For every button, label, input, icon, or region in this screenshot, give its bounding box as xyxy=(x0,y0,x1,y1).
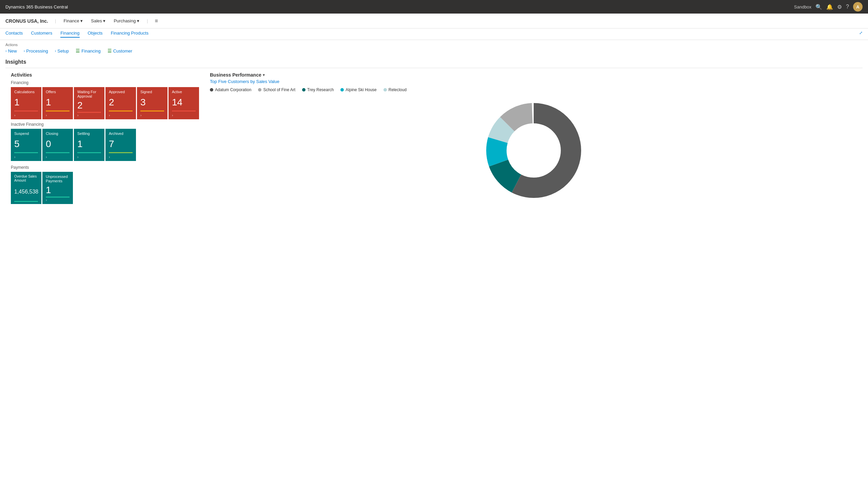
tile-number: 14 xyxy=(172,98,196,107)
company-name[interactable]: CRONUS USA, Inc. xyxy=(5,18,48,24)
nav-separator: | xyxy=(55,18,56,23)
tile-bar xyxy=(14,152,38,153)
insights-section: Insights Activities Financing Calculatio… xyxy=(0,55,868,211)
tile-label: Signed xyxy=(140,90,164,94)
tile-label: Active xyxy=(172,90,196,94)
tile-closing[interactable]: Closing 0 › xyxy=(42,129,73,161)
tile-waiting-approval[interactable]: Waiting For Approval 2 › xyxy=(74,87,104,119)
tile-bar xyxy=(140,110,164,111)
tile-active[interactable]: Active 14 › xyxy=(169,87,199,119)
legend-alpine: Alpine Ski House xyxy=(340,87,376,92)
subnav: Contacts Customers Financing Objects Fin… xyxy=(0,28,868,40)
tile-chevron: › xyxy=(77,114,101,117)
action-processing-label: Processing xyxy=(26,48,48,54)
legend-label: Adatum Corporation xyxy=(215,87,251,92)
nav-separator-2: | xyxy=(147,18,148,23)
action-new-label: New xyxy=(8,48,17,54)
tile-chevron: › xyxy=(172,114,196,117)
legend-dot xyxy=(210,88,213,92)
financing-tiles: Calculations 1 › Offers 1 › Waiting For … xyxy=(11,87,199,119)
legend-dot xyxy=(383,88,387,92)
tile-archived[interactable]: Archived 7 › xyxy=(105,129,136,161)
legend-label: School of Fine Art xyxy=(263,87,295,92)
actions-bar: Actions › New › Processing › Setup ☰ Fin… xyxy=(0,40,868,55)
search-icon[interactable]: 🔍 xyxy=(815,4,822,10)
legend-adatum: Adatum Corporation xyxy=(210,87,251,92)
tile-label: Offers xyxy=(46,90,70,94)
tile-calculations[interactable]: Calculations 1 › xyxy=(11,87,41,119)
financing-section-label: Financing xyxy=(11,80,199,85)
tile-bar xyxy=(77,112,101,113)
actions-label: Actions xyxy=(5,43,863,47)
insights-title: Insights xyxy=(5,59,863,68)
menu-finance[interactable]: Finance ▾ xyxy=(60,17,86,25)
tile-bar xyxy=(14,110,38,111)
hamburger-menu[interactable]: ≡ xyxy=(155,18,158,24)
help-icon[interactable]: ? xyxy=(846,4,849,10)
sandbox-label: Sandbox xyxy=(794,4,811,9)
bell-icon[interactable]: 🔔 xyxy=(826,4,833,10)
tile-chevron: › xyxy=(14,155,38,159)
tile-suspend[interactable]: Suspend 5 › xyxy=(11,129,41,161)
action-new[interactable]: › New xyxy=(5,48,17,54)
menu-sales[interactable]: Sales ▾ xyxy=(87,17,109,25)
legend-label: Trey Research xyxy=(307,87,334,92)
subnav-customers[interactable]: Customers xyxy=(31,30,52,38)
tile-bar xyxy=(46,152,70,153)
bp-title: Business Performance ▾ xyxy=(210,72,857,78)
topbar: Dynamics 365 Business Central Sandbox 🔍 … xyxy=(0,0,868,14)
action-customer-label: Customer xyxy=(113,48,132,54)
chart-container xyxy=(210,96,857,205)
tile-settling[interactable]: Settling 1 › xyxy=(74,129,104,161)
tile-approved[interactable]: Approved 2 › xyxy=(105,87,136,119)
legend-dot xyxy=(340,88,344,92)
arrow-icon-new: › xyxy=(5,49,7,53)
tile-number: 3 xyxy=(140,98,164,107)
tile-number: 1 xyxy=(46,185,70,195)
navbar: CRONUS USA, Inc. | Finance ▾ Sales ▾ Pur… xyxy=(0,14,868,28)
business-performance-panel: Business Performance ▾ Top Five Customer… xyxy=(210,72,857,207)
arrow-icon-setup: › xyxy=(55,49,56,53)
tile-chevron: › xyxy=(77,155,101,159)
tile-number: 1 xyxy=(77,139,101,149)
subnav-financing[interactable]: Financing xyxy=(60,30,79,38)
action-setup-label: Setup xyxy=(57,48,69,54)
action-customer[interactable]: ☰ Customer xyxy=(107,48,132,54)
main-menu: Finance ▾ Sales ▾ Purchasing ▾ xyxy=(60,17,143,25)
tile-label: Closing xyxy=(46,131,70,136)
tile-bar xyxy=(14,201,38,202)
action-financing[interactable]: ☰ Financing xyxy=(76,48,100,54)
inactive-section-label: Inactive Financing xyxy=(11,122,199,127)
legend-relecloud: Relecloud xyxy=(383,87,407,92)
tile-unprocessed-payments[interactable]: Unprocessed Payments 1 › xyxy=(42,172,73,204)
tile-chevron: › xyxy=(46,114,70,117)
settings-icon[interactable]: ⚙ xyxy=(837,4,842,10)
app-title: Dynamics 365 Business Central xyxy=(5,4,68,9)
subnav-financing-products[interactable]: Financing Products xyxy=(111,30,149,38)
payment-tiles: Overdue Sales Amount 1,456,538 Unprocess… xyxy=(11,172,199,204)
legend-label: Relecloud xyxy=(389,87,407,92)
tile-label: Calculations xyxy=(14,90,38,94)
tile-overdue-sales[interactable]: Overdue Sales Amount 1,456,538 xyxy=(11,172,41,204)
tile-number: 0 xyxy=(46,139,70,149)
expand-button[interactable]: ⤢ xyxy=(859,30,863,38)
user-avatar[interactable]: A xyxy=(853,2,863,12)
tile-number: 2 xyxy=(109,98,133,107)
action-processing[interactable]: › Processing xyxy=(24,48,48,54)
tile-chevron: › xyxy=(109,155,133,159)
tile-offers[interactable]: Offers 1 › xyxy=(42,87,73,119)
doc-icon-customer: ☰ xyxy=(107,48,112,54)
tile-label: Suspend xyxy=(14,131,38,136)
tile-chevron: › xyxy=(140,114,164,117)
subnav-contacts[interactable]: Contacts xyxy=(5,30,23,38)
tile-bar xyxy=(172,110,196,111)
legend-dot xyxy=(258,88,261,92)
subnav-objects[interactable]: Objects xyxy=(88,30,103,38)
bp-chevron-icon[interactable]: ▾ xyxy=(263,73,265,77)
menu-purchasing[interactable]: Purchasing ▾ xyxy=(110,17,143,25)
donut-chart xyxy=(479,96,588,205)
tile-signed[interactable]: Signed 3 › xyxy=(137,87,167,119)
donut-center xyxy=(507,124,560,177)
legend-dot xyxy=(302,88,305,92)
action-setup[interactable]: › Setup xyxy=(55,48,69,54)
